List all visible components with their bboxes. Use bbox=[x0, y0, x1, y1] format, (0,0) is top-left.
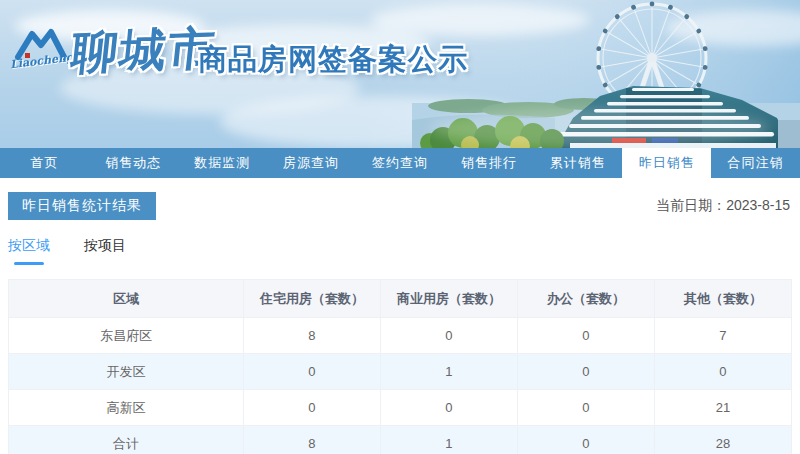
current-date-value: 2023-8-15 bbox=[726, 197, 790, 213]
page: Liaocheng 聊城市 商品房网签备案公示 首页 销售动态 数据监测 房源查… bbox=[0, 0, 800, 454]
nav-item-contract-cancel[interactable]: 合同注销 bbox=[711, 148, 800, 178]
site-banner: Liaocheng 聊城市 商品房网签备案公示 bbox=[0, 0, 800, 148]
nav-item-cumulative-sales[interactable]: 累计销售 bbox=[533, 148, 622, 178]
value-cell: 0 bbox=[517, 354, 654, 390]
value-cell: 0 bbox=[517, 318, 654, 354]
region-cell: 开发区 bbox=[9, 354, 244, 390]
col-header-office: 办公（套数） bbox=[517, 280, 654, 318]
view-tabs: 按区域 按项目 bbox=[8, 237, 800, 265]
value-cell: 1 bbox=[380, 426, 517, 454]
nav-item-yesterday-sales[interactable]: 昨日销售 bbox=[622, 148, 711, 178]
tab-by-region[interactable]: 按区域 bbox=[8, 237, 50, 265]
region-cell: 东昌府区 bbox=[9, 318, 244, 354]
sales-stats-table: 区域 住宅用房（套数） 商业用房（套数） 办公（套数） 其他（套数） 东昌府区 … bbox=[8, 279, 792, 454]
table-header-row: 区域 住宅用房（套数） 商业用房（套数） 办公（套数） 其他（套数） bbox=[9, 280, 792, 318]
section-title-badge: 昨日销售统计结果 bbox=[8, 192, 156, 220]
region-cell: 合计 bbox=[9, 426, 244, 454]
value-cell: 8 bbox=[243, 426, 380, 454]
nav-item-sales-ranking[interactable]: 销售排行 bbox=[444, 148, 533, 178]
table-row: 东昌府区 8 0 0 7 bbox=[9, 318, 792, 354]
nav-item-listing-query[interactable]: 房源查询 bbox=[267, 148, 356, 178]
city-name: 聊城市 bbox=[68, 18, 219, 85]
site-title: 商品房网签备案公示 bbox=[198, 40, 468, 80]
value-cell: 0 bbox=[517, 390, 654, 426]
region-cell: 高新区 bbox=[9, 390, 244, 426]
content-area: 昨日销售统计结果 当前日期：2023-8-15 按区域 按项目 区域 bbox=[0, 192, 800, 454]
value-cell: 0 bbox=[517, 426, 654, 454]
value-cell: 0 bbox=[243, 354, 380, 390]
table-row-total: 合计 8 1 0 28 bbox=[9, 426, 792, 454]
col-header-residential: 住宅用房（套数） bbox=[243, 280, 380, 318]
value-cell: 7 bbox=[654, 318, 791, 354]
value-cell: 0 bbox=[380, 318, 517, 354]
nav-item-home[interactable]: 首页 bbox=[0, 148, 89, 178]
tab-active-underline bbox=[14, 262, 44, 265]
nav-item-data-monitor[interactable]: 数据监测 bbox=[178, 148, 267, 178]
table-row: 开发区 0 1 0 0 bbox=[9, 354, 792, 390]
nav-item-sales-dynamics[interactable]: 销售动态 bbox=[89, 148, 178, 178]
col-header-other: 其他（套数） bbox=[654, 280, 791, 318]
value-cell: 28 bbox=[654, 426, 791, 454]
value-cell: 0 bbox=[380, 390, 517, 426]
value-cell: 21 bbox=[654, 390, 791, 426]
value-cell: 1 bbox=[380, 354, 517, 390]
table-row: 高新区 0 0 0 21 bbox=[9, 390, 792, 426]
tab-by-project[interactable]: 按项目 bbox=[84, 237, 126, 265]
nav-item-contract-query[interactable]: 签约查询 bbox=[356, 148, 445, 178]
value-cell: 8 bbox=[243, 318, 380, 354]
current-date: 当前日期：2023-8-15 bbox=[656, 197, 790, 215]
col-header-commercial: 商业用房（套数） bbox=[380, 280, 517, 318]
value-cell: 0 bbox=[654, 354, 791, 390]
current-date-label: 当前日期： bbox=[656, 197, 726, 213]
main-nav: 首页 销售动态 数据监测 房源查询 签约查询 销售排行 累计销售 昨日销售 合同… bbox=[0, 148, 800, 178]
col-header-region: 区域 bbox=[9, 280, 244, 318]
value-cell: 0 bbox=[243, 390, 380, 426]
